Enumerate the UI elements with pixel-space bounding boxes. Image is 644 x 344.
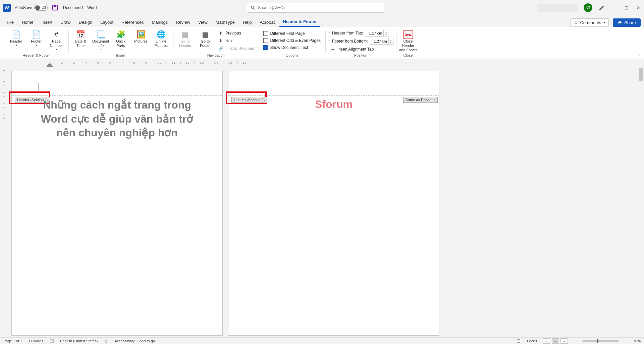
vertical-scrollbar[interactable] xyxy=(638,67,643,337)
page-number-button[interactable]: #Page Number▾ xyxy=(47,29,66,51)
status-accessibility[interactable]: Accessibility: Good to go xyxy=(114,339,155,343)
footer-from-bottom-label: Footer from Bottom: xyxy=(332,39,368,44)
diff-oddeven-label: Different Odd & Even Pages xyxy=(270,38,321,43)
save-icon[interactable] xyxy=(52,4,58,11)
minimize-button[interactable]: — xyxy=(611,5,617,11)
link-icon: 🔗 xyxy=(218,46,223,51)
zoom-level[interactable]: 78% xyxy=(633,339,641,343)
tab-acrobat[interactable]: Acrobat xyxy=(257,18,278,27)
chevron-down-icon: ▾ xyxy=(604,21,605,24)
header-from-top-input[interactable] xyxy=(365,30,384,37)
docinfo-label: Document Info xyxy=(91,39,110,48)
online-pictures-button[interactable]: 🌐Online Pictures xyxy=(152,29,170,51)
tab-mathtype[interactable]: MathType xyxy=(212,18,238,27)
document-info-button[interactable]: 📃Document Info▾ xyxy=(91,29,110,51)
search-box[interactable] xyxy=(247,3,384,13)
tab-header-footer[interactable]: Header & Footer xyxy=(279,17,320,27)
status-focus[interactable]: Focus xyxy=(527,339,537,343)
pictures-icon: 🖼️ xyxy=(136,30,146,39)
svg-point-5 xyxy=(106,339,106,340)
header-top-icon: ↕ xyxy=(328,31,330,36)
date-time-button[interactable]: 📅Date & Time xyxy=(71,29,90,51)
tab-draw[interactable]: Draw xyxy=(57,18,74,27)
user-avatar[interactable]: NT xyxy=(584,3,592,12)
group-label-close: Close xyxy=(404,53,413,58)
zoom-out-button[interactable]: − xyxy=(574,339,576,343)
quick-parts-button[interactable]: 🧩Quick Parts▾ xyxy=(111,29,130,51)
header-from-top-row: ↕ Header from Top: ▲▼ xyxy=(328,30,393,37)
close-header-footer-button[interactable]: Close Header and Footer xyxy=(399,29,418,53)
read-mode-button[interactable]: ▭ xyxy=(543,338,550,344)
show-document-text-checkbox[interactable]: ✓Show Document Text xyxy=(261,45,323,51)
document-canvas: Header -Section 1- Những cách ngắt trang… xyxy=(0,67,637,337)
footer-icon: 📄 xyxy=(31,30,42,39)
status-language[interactable]: English (United States) xyxy=(60,339,98,343)
page-2[interactable]: Header -Section 2- Same as Previous Sfor… xyxy=(228,71,439,336)
tab-file[interactable]: File xyxy=(3,18,17,27)
onlinepics-label: Online Pictures xyxy=(152,39,170,48)
web-layout-button[interactable]: ▭ xyxy=(560,338,568,344)
diff-first-label: Different First Page xyxy=(270,31,305,36)
search-icon xyxy=(251,5,255,10)
ribbon-collapse-button[interactable]: ⌄ xyxy=(638,52,641,57)
comments-label: Comments xyxy=(580,20,601,25)
ribbon-tabs: File Home Insert Draw Design Layout Refe… xyxy=(0,15,644,27)
footer-from-bottom-input[interactable] xyxy=(370,38,389,45)
tab-help[interactable]: Help xyxy=(239,18,255,27)
maximize-button[interactable]: ▢ xyxy=(623,5,629,11)
header-btn-label: Header xyxy=(10,39,22,44)
quickparts-label: Quick Parts xyxy=(111,39,130,48)
close-window-button[interactable]: ✕ xyxy=(635,5,641,11)
datetime-label: Date & Time xyxy=(71,39,90,48)
page-1[interactable]: Header -Section 1- Những cách ngắt trang… xyxy=(11,71,223,336)
checkbox-icon xyxy=(263,38,268,43)
comments-button[interactable]: Comments ▾ xyxy=(570,18,609,27)
insert-alignment-tab-button[interactable]: ⇥Insert Alignment Tab xyxy=(328,46,393,53)
autosave-toggle[interactable]: Off xyxy=(34,5,48,11)
docinfo-icon: 📃 xyxy=(95,30,106,39)
chevron-down-icon: ▼ xyxy=(384,33,388,36)
header-button[interactable]: 📄Header▾ xyxy=(7,29,25,51)
pictures-button[interactable]: 🖼️Pictures xyxy=(131,29,150,51)
document-title: Document1 - Word xyxy=(63,5,97,10)
word-app-icon: W xyxy=(3,4,11,12)
tab-design[interactable]: Design xyxy=(75,18,96,27)
spellcheck-icon[interactable] xyxy=(49,339,54,343)
print-layout-button[interactable]: ▭ xyxy=(552,338,559,344)
pen-mode-icon[interactable] xyxy=(598,4,605,11)
tab-home[interactable]: Home xyxy=(18,18,37,27)
scrollbar-thumb[interactable] xyxy=(639,68,643,81)
search-input[interactable] xyxy=(258,5,381,10)
footer-btn-label: Footer xyxy=(31,39,42,44)
status-word-count[interactable]: 17 words xyxy=(28,339,43,343)
different-odd-even-checkbox[interactable]: Different Odd & Even Pages xyxy=(261,38,323,44)
zoom-in-button[interactable]: + xyxy=(625,339,627,343)
account-name-block[interactable] xyxy=(537,4,578,12)
next-button[interactable]: ⬇Next xyxy=(216,38,256,44)
zoom-slider[interactable] xyxy=(582,340,619,342)
group-position: ↕ Header from Top: ▲▼ ↕ Footer from Bott… xyxy=(325,28,396,59)
chevron-up-icon: ▲ xyxy=(384,30,388,33)
text-cursor-icon xyxy=(39,83,39,91)
tab-insert[interactable]: Insert xyxy=(38,18,56,27)
tab-layout[interactable]: Layout xyxy=(97,18,117,27)
footer-bottom-spinner[interactable]: ▲▼ xyxy=(389,38,393,45)
tab-mailings[interactable]: Mailings xyxy=(149,18,171,27)
tab-view[interactable]: View xyxy=(195,18,211,27)
share-button[interactable]: Share xyxy=(613,18,641,27)
tab-references[interactable]: References xyxy=(118,18,147,27)
previous-button[interactable]: ⬆Previous xyxy=(216,30,256,37)
footer-button[interactable]: 📄Footer▾ xyxy=(27,29,46,51)
goto-footer-button[interactable]: ▤Go to Footer xyxy=(196,29,215,52)
group-header-footer: 📄Header▾ 📄Footer▾ #Page Number▾ Header &… xyxy=(4,28,68,59)
tab-review[interactable]: Review xyxy=(172,18,194,27)
close-hf-label: Close Header and Footer xyxy=(399,39,418,53)
page-container: Header -Section 1- Những cách ngắt trang… xyxy=(11,71,439,336)
ribbon: 📄Header▾ 📄Footer▾ #Page Number▾ Header &… xyxy=(0,27,644,59)
status-page[interactable]: Page 1 of 2 xyxy=(3,339,22,343)
vertical-ruler[interactable] xyxy=(0,67,7,337)
header-top-spinner[interactable]: ▲▼ xyxy=(384,30,388,37)
share-label: Share xyxy=(624,20,636,25)
different-first-page-checkbox[interactable]: Different First Page xyxy=(261,30,323,37)
horizontal-ruler[interactable]: · 1 · | · 2 · | · 3 · | · 4 · | · 5 · | … xyxy=(0,59,644,67)
